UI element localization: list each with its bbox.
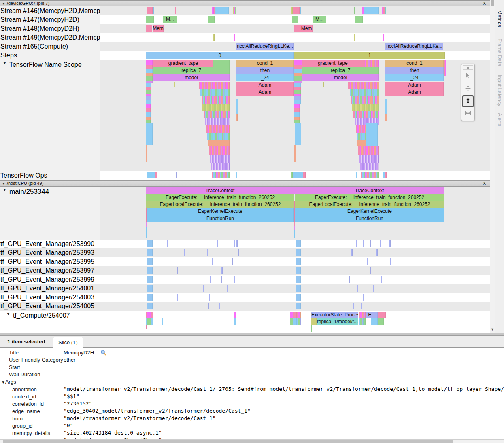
trace-slice[interactable] [146,104,151,123]
trace-slice[interactable] [213,34,215,41]
trace-slice[interactable] [389,240,391,247]
trace-slice[interactable] [357,140,366,146]
section-header[interactable]: ▼/host:CPU (pid 49)X [0,180,490,187]
trace-slice[interactable] [293,7,300,14]
trace-slice[interactable] [354,7,355,14]
side-tab-input-latency[interactable]: Input Latency [497,75,503,106]
trace-slice[interactable] [294,83,301,104]
trace-slice[interactable] [234,276,235,283]
trace-slice[interactable]: EagerExecute: __inference_train_function… [146,194,294,201]
trace-slice[interactable] [296,267,301,274]
trace-slice[interactable] [381,276,382,283]
trace-slice[interactable] [317,325,317,332]
trace-slice[interactable] [294,230,295,238]
scroll-down-arrow-icon[interactable]: ▼ [490,327,495,331]
trace-slice[interactable] [385,172,387,178]
trace-slice[interactable] [363,240,364,247]
trace-slice[interactable]: replica_1/model/t... [317,318,358,325]
collapse-icon[interactable]: ▼ [2,2,5,6]
trace-slice[interactable] [370,267,371,274]
trace-slice[interactable] [383,34,384,41]
trace-slice[interactable] [236,99,238,114]
trace-slice[interactable]: Adam [236,89,294,96]
trace-slice[interactable] [209,294,210,301]
trace-slice[interactable]: FunctionRun [295,215,444,222]
toolbar-grip-handle[interactable] [463,65,473,70]
trace-slice[interactable] [176,172,177,178]
trace-slice[interactable] [351,96,379,104]
trace-slice[interactable] [205,118,230,125]
trace-slice[interactable] [293,318,297,325]
trace-slice[interactable]: ncclAllReduceRingLLKe... [385,43,443,50]
trace-slice[interactable] [146,123,153,145]
trace-slice[interactable] [147,7,153,14]
trace-slice[interactable]: cond_1 [236,60,294,67]
trace-slice[interactable] [208,303,209,309]
trace-slice[interactable] [320,325,320,332]
trace-slice[interactable] [357,285,358,292]
trace-slice[interactable] [290,318,293,325]
trace-slice[interactable] [146,60,153,83]
trace-slice[interactable] [234,318,236,325]
trace-slice[interactable] [370,240,371,247]
trace-slice[interactable] [295,123,301,145]
trace-slice[interactable] [359,318,364,325]
trace-slice[interactable] [385,99,387,114]
trace-slice[interactable]: TraceContext [294,187,444,194]
trace-slice[interactable] [323,172,323,178]
trace-slice[interactable] [207,133,230,140]
pan-tool-button[interactable] [462,83,474,95]
row-label[interactable]: ▼main/253344 [0,187,100,240]
trace-slice[interactable] [294,145,296,162]
trace-slice[interactable] [147,303,153,309]
collapse-icon[interactable]: ▼ [2,182,5,186]
trace-slice[interactable] [293,312,297,318]
trace-slice[interactable] [219,303,220,309]
trace-slice[interactable] [378,318,384,325]
trace-slice[interactable] [209,146,230,155]
trace-slice[interactable] [217,240,218,247]
trace-slice[interactable]: Adam [385,89,444,96]
slice-tab[interactable]: Slice (1) [53,337,83,348]
trace-slice[interactable] [146,16,154,23]
trace-slice[interactable] [232,258,233,265]
trace-slice[interactable] [444,60,446,76]
trace-slice[interactable] [204,111,230,118]
trace-slice[interactable] [212,258,213,265]
trace-slice[interactable] [354,34,355,41]
collapse-icon[interactable]: ▼ [6,312,10,316]
trace-slice[interactable] [380,240,381,247]
trace-slice[interactable] [147,276,153,283]
trace-slice[interactable] [364,318,366,325]
trace-slice[interactable] [147,172,155,178]
trace-slice[interactable] [296,249,301,256]
trace-slice[interactable] [294,60,302,83]
side-tab-alerts[interactable]: Alerts [497,113,503,126]
trace-slice[interactable] [356,172,357,178]
trace-slice[interactable]: Adam [385,82,444,89]
trace-slice[interactable]: M... [313,16,326,23]
trace-slice[interactable] [294,222,295,226]
trace-slice[interactable] [366,123,378,146]
horizontal-scrollbar-thumb[interactable] [3,440,453,443]
trace-slice[interactable] [174,82,175,87]
trace-slice[interactable] [162,318,163,325]
trace-slice[interactable] [351,249,353,256]
trace-slice[interactable] [294,226,295,230]
trace-slice[interactable] [349,276,350,283]
trace-slice[interactable] [296,285,301,292]
trace-slice[interactable] [147,249,153,256]
trace-slice[interactable]: EagerLocalExecute: __inference_train_fun… [295,201,444,208]
horizontal-scrollbar[interactable] [0,439,504,443]
trace-slice[interactable] [363,294,364,301]
trace-slice[interactable] [296,276,301,283]
trace-slice[interactable] [371,318,378,325]
trace-slice[interactable] [203,285,204,292]
trace-slice[interactable]: replica_7 [153,67,230,74]
trace-slice[interactable] [200,89,230,96]
trace-slice[interactable] [363,60,379,67]
trace-slice[interactable] [323,82,324,87]
trace-slice[interactable]: EagerKernelExecute [295,208,444,215]
trace-slice[interactable] [221,276,222,283]
trace-slice[interactable]: EagerLocalExecute: __inference_train_fun… [146,201,294,208]
